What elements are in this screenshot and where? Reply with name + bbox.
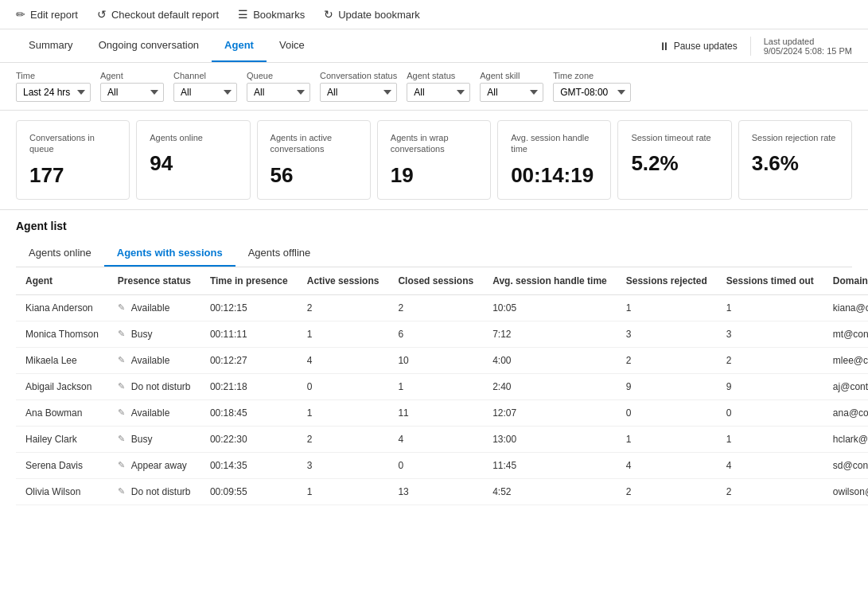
- last-updated-info: Last updated 9/05/2024 5:08: 15 PM: [750, 37, 852, 56]
- checkout-default-label: Checkout default report: [111, 9, 219, 21]
- bookmarks-icon: ☰: [238, 8, 248, 21]
- table-cell: ✎Do not disturb: [108, 373, 200, 399]
- metric-card-agents-in-wrap: Agents in wrap conversations19: [377, 120, 491, 200]
- table-cell: 10:05: [483, 294, 617, 321]
- edit-presence-icon[interactable]: ✎: [118, 381, 125, 392]
- table-cell: 0: [717, 399, 823, 426]
- table-cell: Hailey Clark: [16, 426, 108, 452]
- tab-summary[interactable]: Summary: [16, 29, 86, 62]
- table-cell: 00:09:55: [200, 478, 298, 505]
- col-active: Active sessions: [298, 267, 389, 295]
- table-cell: ✎Busy: [108, 321, 200, 347]
- table-cell: 00:21:18: [200, 373, 298, 399]
- table-row: Monica Thomson✎Busy00:11:11167:1233mt@co…: [16, 321, 868, 347]
- table-cell: ✎Available: [108, 347, 200, 373]
- metric-title-session-rejection: Session rejection rate: [752, 132, 839, 143]
- metric-title-avg-session-handle: Avg. session handle time: [511, 132, 597, 155]
- metric-title-agents-online: Agents online: [150, 132, 236, 143]
- tab-ongoing-conversation[interactable]: Ongoing conversation: [86, 29, 212, 62]
- table-cell: Ana Bowman: [16, 399, 108, 426]
- filter-label-agent-skill: Agent skill: [480, 71, 543, 80]
- metric-card-avg-session-handle: Avg. session handle time00:14:19: [497, 120, 611, 200]
- filter-group-channel: ChannelAll: [173, 71, 237, 102]
- bookmarks-button[interactable]: ☰ Bookmarks: [238, 8, 305, 21]
- table-cell: 13:00: [483, 426, 617, 452]
- metric-card-conversations-in-queue: Conversations in queue177: [16, 120, 130, 200]
- table-cell: aj@contoso.com: [823, 373, 868, 399]
- col-timed-out: Sessions timed out: [717, 267, 823, 295]
- table-cell: 9: [617, 373, 717, 399]
- table-cell: 9: [717, 373, 823, 399]
- edit-presence-icon[interactable]: ✎: [118, 434, 125, 444]
- table-cell: Mikaela Lee: [16, 347, 108, 373]
- filter-label-channel: Channel: [173, 71, 237, 80]
- table-container: Agent Presence status Time in presence A…: [0, 267, 868, 505]
- toolbar: ✏ Edit report ↺ Checkout default report …: [0, 0, 868, 29]
- table-cell: 00:22:30: [200, 426, 298, 452]
- table-cell: 1: [298, 321, 389, 347]
- sub-tabs: Agents online Agents with sessions Agent…: [16, 240, 852, 267]
- metric-card-session-timeout: Session timeout rate5.2%: [617, 120, 731, 200]
- col-avg-handle: Avg. session handle time: [483, 267, 617, 295]
- table-cell: 11: [388, 399, 483, 426]
- update-bookmark-button[interactable]: ↻ Update bookmark: [324, 8, 420, 21]
- sub-tab-agents-online[interactable]: Agents online: [16, 240, 104, 267]
- edit-presence-icon[interactable]: ✎: [118, 407, 125, 418]
- table-cell: 1: [617, 294, 717, 321]
- metric-value-session-rejection: 3.6%: [752, 151, 839, 176]
- metrics-row: Conversations in queue177Agents online94…: [0, 111, 868, 210]
- table-cell: 00:12:27: [200, 347, 298, 373]
- edit-presence-icon[interactable]: ✎: [118, 329, 125, 339]
- filter-select-agent-status[interactable]: All: [407, 83, 470, 102]
- edit-presence-icon[interactable]: ✎: [118, 302, 125, 313]
- filter-group-conversation-status: Conversation statusAll: [320, 71, 397, 102]
- table-cell: 4: [617, 452, 717, 478]
- table-cell: Serena Davis: [16, 452, 108, 478]
- table-cell: 3: [717, 321, 823, 347]
- metric-title-agents-in-wrap: Agents in wrap conversations: [391, 132, 477, 155]
- table-cell: 4: [717, 452, 823, 478]
- filter-group-time: TimeLast 24 hrsLast 12 hrsLast 1 hr: [16, 71, 91, 102]
- table-row: Abigail Jackson✎Do not disturb00:21:1801…: [16, 373, 868, 399]
- nav-right: ⏸ Pause updates Last updated 9/05/2024 5…: [659, 37, 852, 56]
- sub-tab-agents-with-sessions[interactable]: Agents with sessions: [104, 240, 235, 267]
- table-cell: 6: [388, 321, 483, 347]
- table-cell: 2: [388, 294, 483, 321]
- pause-updates-button[interactable]: ⏸ Pause updates: [659, 40, 738, 53]
- filter-select-agent[interactable]: All: [100, 83, 164, 102]
- tab-agent[interactable]: Agent: [212, 29, 267, 62]
- filter-select-agent-skill[interactable]: All: [480, 83, 543, 102]
- table-cell: 3: [298, 452, 389, 478]
- checkout-default-button[interactable]: ↺ Checkout default report: [97, 8, 219, 21]
- table-cell: 4:52: [483, 478, 617, 505]
- filter-group-agent-status: Agent statusAll: [407, 71, 470, 102]
- col-time-presence: Time in presence: [200, 267, 298, 295]
- edit-presence-icon[interactable]: ✎: [118, 355, 125, 365]
- filter-select-channel[interactable]: All: [173, 83, 237, 102]
- filter-select-conversation-status[interactable]: All: [320, 83, 397, 102]
- filter-select-time-zone[interactable]: GMT-08:00GMT+00:00GMT+05:30: [553, 83, 631, 102]
- sub-tab-agents-offline[interactable]: Agents offline: [235, 240, 324, 267]
- col-presence: Presence status: [108, 267, 200, 295]
- table-cell: mlee@contoso.co: [823, 347, 868, 373]
- table-cell: 0: [617, 399, 717, 426]
- agent-tbody: Kiana Anderson✎Available00:12:152210:051…: [16, 294, 868, 505]
- table-row: Mikaela Lee✎Available00:12:274104:0022ml…: [16, 347, 868, 373]
- metric-title-session-timeout: Session timeout rate: [631, 132, 718, 143]
- table-header: Agent Presence status Time in presence A…: [16, 267, 868, 295]
- edit-presence-icon[interactable]: ✎: [118, 486, 125, 497]
- table-cell: 2: [717, 347, 823, 373]
- filter-select-time[interactable]: Last 24 hrsLast 12 hrsLast 1 hr: [16, 83, 91, 102]
- table-cell: 00:11:11: [200, 321, 298, 347]
- last-updated-label: Last updated: [764, 37, 852, 46]
- filter-group-queue: QueueAll: [247, 71, 310, 102]
- bookmarks-label: Bookmarks: [253, 9, 305, 21]
- table-cell: hclark@contoso.c: [823, 426, 868, 452]
- filter-select-queue[interactable]: All: [247, 83, 310, 102]
- tab-voice[interactable]: Voice: [267, 29, 317, 62]
- edit-presence-icon[interactable]: ✎: [118, 460, 125, 470]
- table-cell: 1: [298, 478, 389, 505]
- edit-report-button[interactable]: ✏ Edit report: [16, 8, 78, 21]
- table-row: Olivia Wilson✎Do not disturb00:09:551134…: [16, 478, 868, 505]
- table-cell: Olivia Wilson: [16, 478, 108, 505]
